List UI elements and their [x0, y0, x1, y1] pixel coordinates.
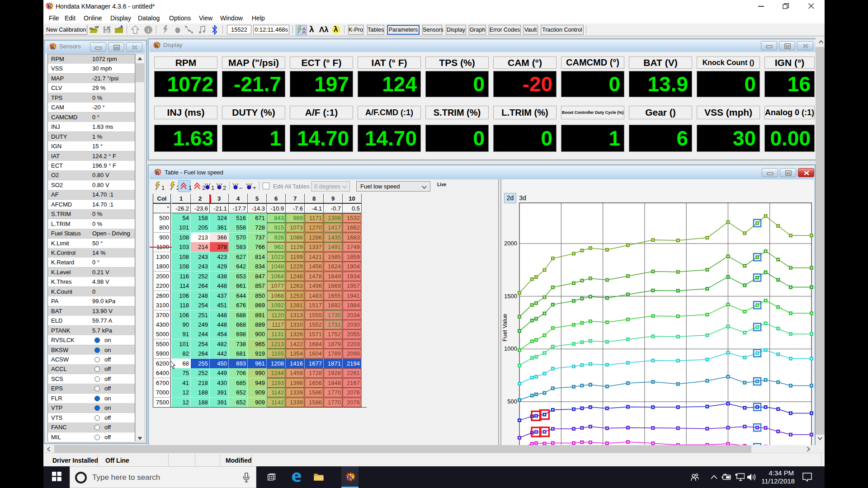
svg-text:i: i	[147, 27, 149, 33]
svg-text:500: 500	[507, 398, 517, 405]
svg-text:Fuel Value: Fuel Value	[501, 314, 508, 341]
svg-text:2000: 2000	[504, 240, 517, 247]
svg-text:1000: 1000	[504, 345, 517, 352]
svg-text:1500: 1500	[504, 293, 517, 300]
